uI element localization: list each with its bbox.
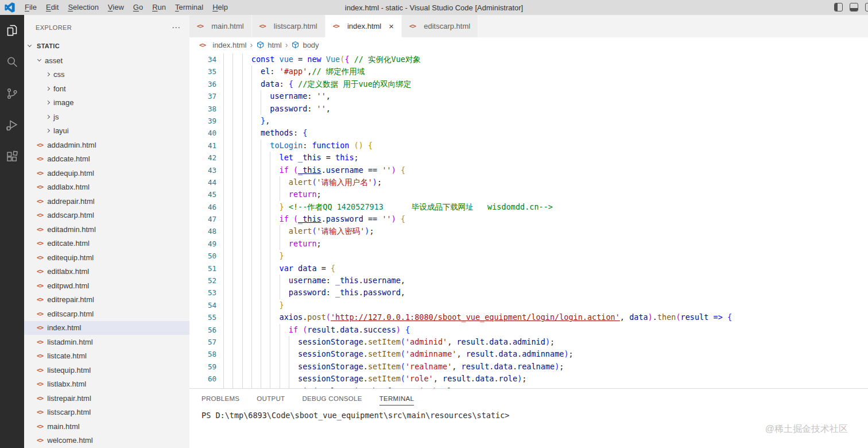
code-line-text[interactable]: username: '', bbox=[223, 90, 331, 102]
panel-tab-problems[interactable]: PROBLEMS bbox=[202, 395, 239, 405]
activity-explorer-icon[interactable] bbox=[5, 23, 20, 38]
sidebar-item-main-html[interactable]: <>main.html bbox=[24, 419, 189, 434]
watermark: @稀土掘金技术社区 bbox=[765, 423, 848, 435]
menu-file[interactable]: File bbox=[20, 0, 41, 15]
code-line-text[interactable]: el: '#app',// 绑定作用域 bbox=[223, 65, 365, 78]
menu-edit[interactable]: Edit bbox=[41, 0, 63, 15]
menu-help[interactable]: Help bbox=[208, 0, 232, 15]
sidebar-item-addscarp-html[interactable]: <>addscarp.html bbox=[24, 208, 189, 223]
code-line-text[interactable]: return; bbox=[223, 188, 321, 200]
breadcrumb-item-body[interactable]: body bbox=[291, 41, 319, 49]
code-line-text[interactable]: methods: { bbox=[223, 127, 307, 139]
folder-item-asset[interactable]: asset bbox=[24, 53, 189, 68]
sidebar-item-listcate-html[interactable]: <>listcate.html bbox=[24, 349, 189, 364]
code-line-text[interactable]: alert('请输入密码'); bbox=[223, 225, 374, 237]
indent-guide bbox=[223, 140, 232, 152]
item-label: editpwd.html bbox=[47, 281, 89, 290]
tab-main-html[interactable]: <>main.html bbox=[189, 15, 252, 37]
activity-run-debug-icon[interactable] bbox=[5, 118, 20, 133]
close-icon[interactable]: × bbox=[389, 22, 394, 30]
activity-search-icon[interactable] bbox=[5, 55, 20, 69]
code-line-text[interactable]: }, bbox=[223, 115, 270, 127]
item-label: editscarp.html bbox=[47, 310, 94, 318]
code-line-text[interactable]: sessionStorage.setItem('adminid', result… bbox=[223, 336, 555, 348]
indent-guide bbox=[232, 164, 242, 176]
sidebar-item-listadmin-html[interactable]: <>listadmin.html bbox=[24, 335, 189, 349]
indent-guide bbox=[223, 103, 232, 115]
code-line-text[interactable]: sessionStorage.setItem('adminname', resu… bbox=[223, 348, 574, 360]
code-line-text[interactable]: let _this = this; bbox=[223, 152, 359, 164]
tab-listscarp-html[interactable]: <>listscarp.html bbox=[252, 15, 326, 37]
sidebar-item-index-html[interactable]: <>index.html bbox=[24, 321, 189, 335]
indent-guide bbox=[251, 152, 261, 164]
indent-guide bbox=[251, 188, 261, 200]
sidebar-item-editscarp-html[interactable]: <>editscarp.html bbox=[24, 307, 189, 321]
layout-panel-icon[interactable] bbox=[850, 3, 858, 11]
code-line-text[interactable]: axios.post('http://127.0.0.1:8080/sboot_… bbox=[223, 311, 732, 323]
sidebar-item-addlabx-html[interactable]: <>addlabx.html bbox=[24, 180, 189, 195]
explorer-more-actions-icon[interactable]: ⋯ bbox=[172, 22, 180, 33]
code-line-text[interactable]: sessionStorage.setItem('realname', resul… bbox=[223, 361, 564, 373]
panel-tab-terminal[interactable]: TERMINAL bbox=[379, 395, 414, 405]
code-line-text[interactable]: } <!--作者QQ 1420527913 毕设成品下载网址 wisdomdd.… bbox=[223, 201, 553, 213]
sidebar-item-addadmin-html[interactable]: <>addadmin.html bbox=[24, 138, 189, 152]
code-line-text[interactable]: const vue = new Vue({ // 实例化Vue对象 bbox=[223, 53, 421, 65]
sidebar-item-editadmin-html[interactable]: <>editadmin.html bbox=[24, 222, 189, 237]
code-line-text[interactable]: alert('请输入用户名'); bbox=[223, 176, 382, 188]
sidebar-item-listrepair-html[interactable]: <>listrepair.html bbox=[24, 391, 189, 405]
sidebar-item-editrepair-html[interactable]: <>editrepair.html bbox=[24, 293, 189, 307]
line-number: 41 bbox=[189, 140, 216, 152]
code-line-text[interactable]: username: _this.username, bbox=[223, 275, 405, 287]
sidebar-item-listlabx-html[interactable]: <>listlabx.html bbox=[24, 377, 189, 392]
code-line-text[interactable]: sessionStorage.setItem('role', result.da… bbox=[223, 373, 526, 385]
sidebar-item-editpwd-html[interactable]: <>editpwd.html bbox=[24, 279, 189, 293]
sidebar-item-addcate-html[interactable]: <>addcate.html bbox=[24, 152, 189, 167]
folder-item-js[interactable]: js bbox=[24, 110, 189, 124]
indent-guide bbox=[289, 348, 298, 360]
menu-go[interactable]: Go bbox=[129, 0, 148, 15]
folder-item-layui[interactable]: layui bbox=[24, 124, 189, 138]
breadcrumb-item-html[interactable]: html bbox=[256, 41, 282, 49]
folder-item-font[interactable]: font bbox=[24, 82, 189, 96]
sidebar-item-listequip-html[interactable]: <>listequip.html bbox=[24, 363, 189, 377]
sidebar-item-listscarp-html[interactable]: <>listscarp.html bbox=[24, 405, 189, 420]
panel-tab-output[interactable]: OUTPUT bbox=[257, 395, 285, 405]
sidebar-item-addrepair-html[interactable]: <>addrepair.html bbox=[24, 194, 189, 208]
tab-index-html[interactable]: <>index.html× bbox=[326, 15, 402, 37]
item-label: editlabx.html bbox=[47, 267, 89, 276]
panel-tab-debug-console[interactable]: DEBUG CONSOLE bbox=[302, 395, 362, 405]
sidebar-item-editequip-html[interactable]: <>editequip.html bbox=[24, 250, 189, 265]
indent-guide bbox=[251, 65, 261, 78]
sidebar-item-welcome-html[interactable]: <>welcome.html bbox=[24, 434, 189, 448]
sidebar-item-editcate-html[interactable]: <>editcate.html bbox=[24, 237, 189, 251]
code-line-text[interactable]: if (result.data.success) { bbox=[223, 324, 410, 336]
code-line-text[interactable]: var data = { bbox=[223, 262, 335, 275]
code-line-text[interactable]: } bbox=[223, 299, 284, 311]
tab-editscarp-html[interactable]: <>editscarp.html bbox=[402, 15, 478, 37]
code-line-text[interactable]: password: _this.password, bbox=[223, 287, 405, 299]
menu-terminal[interactable]: Terminal bbox=[170, 0, 208, 15]
code-line-text[interactable]: if (_this.username == '') { bbox=[223, 164, 405, 176]
menu-run[interactable]: Run bbox=[148, 0, 170, 15]
menu-selection[interactable]: Selection bbox=[63, 0, 103, 15]
code-line-text[interactable]: toLogin: function () { bbox=[223, 140, 373, 152]
sidebar-item-editlabx-html[interactable]: <>editlabx.html bbox=[24, 265, 189, 279]
activity-extensions-icon[interactable] bbox=[5, 149, 20, 164]
activity-source-control-icon[interactable] bbox=[5, 86, 20, 101]
sidebar-item-addequip-html[interactable]: <>addequip.html bbox=[24, 166, 189, 180]
code-line-text[interactable]: password: '', bbox=[223, 103, 331, 115]
folder-item-image[interactable]: image bbox=[24, 96, 189, 110]
layout-sidebar-left-icon[interactable] bbox=[834, 3, 843, 11]
folder-item-css[interactable]: css bbox=[24, 68, 189, 82]
layout-sidebar-right-icon[interactable] bbox=[865, 3, 868, 11]
indent-guide bbox=[223, 348, 232, 360]
breadcrumb-item-index-html[interactable]: <>index.html bbox=[199, 41, 247, 49]
section-header-static[interactable]: STATIC bbox=[24, 40, 189, 52]
terminal-prompt[interactable]: PS D:\tmp\6893\Code\sboot_vue_equipment\… bbox=[189, 405, 868, 420]
menu-view[interactable]: View bbox=[103, 0, 129, 15]
code-line-text[interactable]: if (_this.password == '') { bbox=[223, 213, 405, 225]
code-line-text[interactable]: return; bbox=[223, 238, 321, 250]
item-label: listcate.html bbox=[47, 352, 87, 360]
code-line-text[interactable]: } bbox=[223, 250, 284, 262]
code-line-text[interactable]: data: { //定义数据 用于vue的双向绑定 bbox=[223, 78, 411, 90]
